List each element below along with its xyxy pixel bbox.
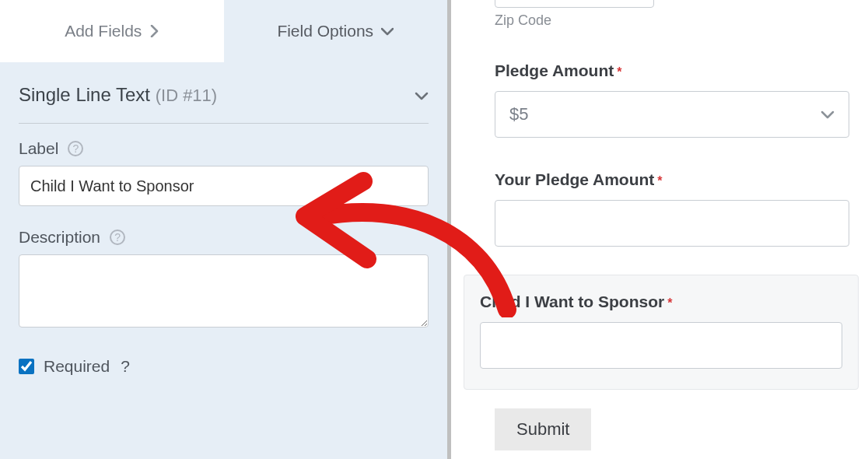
panel-title: Single Line Text: [19, 84, 150, 105]
required-star-icon: *: [667, 296, 672, 310]
child-sponsor-label: Child I Want to Sponsor: [480, 293, 664, 310]
zip-code-input[interactable]: [495, 0, 654, 8]
submit-button[interactable]: Submit: [495, 408, 591, 450]
field-options-panel: Single Line Text (ID #11) Label ? Descri…: [0, 62, 447, 376]
description-input[interactable]: [19, 254, 429, 328]
pledge-amount-block: Pledge Amount* $5: [495, 61, 849, 138]
tab-field-options-label: Field Options: [277, 22, 373, 40]
help-icon[interactable]: ?: [68, 141, 83, 156]
tab-add-fields[interactable]: Add Fields: [0, 0, 224, 62]
child-sponsor-input[interactable]: [480, 322, 842, 369]
chevron-right-icon: [149, 25, 159, 37]
required-label: Required: [44, 357, 110, 376]
description-heading: Description: [19, 228, 100, 247]
form-preview: Zip Code Pledge Amount* $5 Your Pledge A…: [451, 0, 868, 459]
description-heading-row: Description ?: [19, 228, 429, 247]
required-star-icon: *: [617, 65, 621, 79]
label-heading: Label: [19, 139, 58, 158]
pledge-amount-label: Pledge Amount: [495, 61, 614, 79]
help-icon[interactable]: ?: [121, 357, 130, 376]
zip-code-label: Zip Code: [495, 12, 849, 29]
chevron-down-icon: [415, 84, 429, 106]
required-star-icon: *: [657, 174, 662, 187]
panel-header[interactable]: Single Line Text (ID #11): [19, 84, 429, 124]
required-row: Required ?: [19, 357, 429, 376]
chevron-down-icon: [381, 26, 394, 36]
tab-field-options[interactable]: Field Options: [224, 0, 448, 62]
your-pledge-block: Your Pledge Amount*: [495, 170, 849, 247]
pledge-amount-select[interactable]: $5: [495, 91, 849, 138]
required-checkbox[interactable]: [19, 359, 34, 374]
panel-id: (ID #11): [156, 86, 217, 105]
label-input[interactable]: [19, 166, 429, 206]
help-icon[interactable]: ?: [110, 229, 125, 245]
tab-add-fields-label: Add Fields: [65, 22, 142, 40]
panel-title-wrap: Single Line Text (ID #11): [19, 84, 217, 106]
label-heading-row: Label ?: [19, 139, 429, 158]
your-pledge-input[interactable]: [495, 200, 849, 247]
field-options-sidebar: Add Fields Field Options Single Line Tex…: [0, 0, 451, 459]
your-pledge-label: Your Pledge Amount: [495, 170, 654, 188]
sidebar-tabs: Add Fields Field Options: [0, 0, 447, 62]
pledge-amount-value: $5: [509, 104, 528, 124]
chevron-down-icon: [821, 104, 835, 124]
child-sponsor-block[interactable]: Child I Want to Sponsor*: [464, 275, 859, 390]
